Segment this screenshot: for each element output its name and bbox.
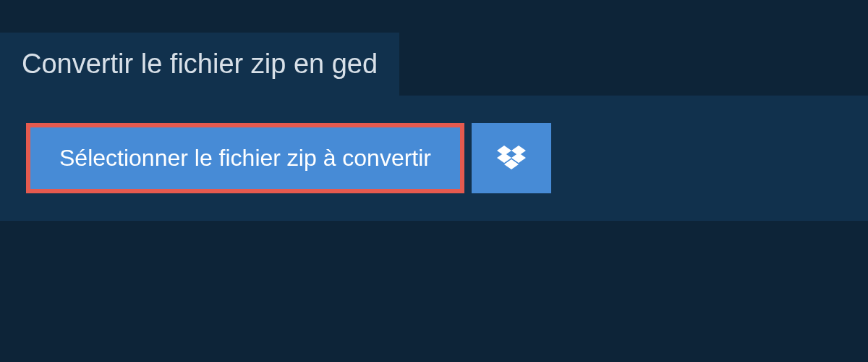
header-tab: Convertir le fichier zip en ged <box>0 33 399 96</box>
select-file-label: Sélectionner le fichier zip à convertir <box>59 145 431 172</box>
select-file-button[interactable]: Sélectionner le fichier zip à convertir <box>26 123 464 193</box>
main-panel: Sélectionner le fichier zip à convertir <box>0 96 868 221</box>
button-row: Sélectionner le fichier zip à convertir <box>26 123 842 193</box>
page-title: Convertir le fichier zip en ged <box>22 49 378 79</box>
dropbox-icon <box>497 146 526 172</box>
dropbox-button[interactable] <box>472 123 551 193</box>
